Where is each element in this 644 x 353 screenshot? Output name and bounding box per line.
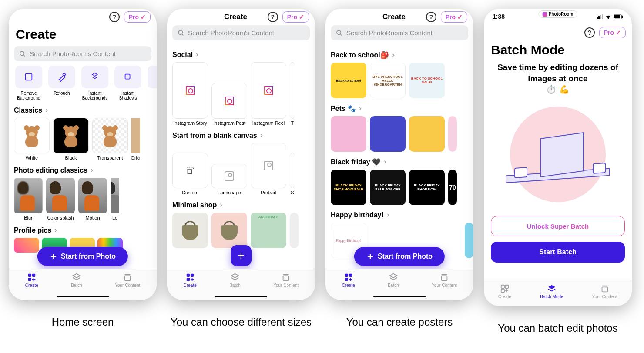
wifi-icon (605, 14, 612, 19)
tool-instant-backgrounds[interactable]: Instant Backgrounds (80, 66, 110, 100)
section-back-to-school[interactable]: Back to school🎒 (331, 45, 473, 63)
template-motion[interactable]: Motion (78, 178, 107, 220)
search-placeholder: Search PhotoRoom's Content (30, 50, 116, 57)
chevron-right-icon (386, 213, 391, 218)
section-social[interactable]: Social (172, 45, 315, 62)
pro-badge[interactable]: Pro (441, 11, 467, 23)
section-editing[interactable]: Photo editing classics (14, 160, 157, 178)
poster-template[interactable]: BYE PRESCHOOL HELLO KINDERGARTEN (370, 63, 406, 98)
template-white[interactable]: White (14, 118, 50, 160)
poster-template[interactable] (370, 116, 406, 152)
section-profile-pics[interactable]: Profile pics (14, 220, 157, 238)
pro-badge[interactable]: Pro (282, 11, 309, 23)
tab-your-content[interactable]: Your Content (432, 273, 457, 288)
thumb-label: S (291, 190, 294, 195)
poster-template[interactable] (448, 116, 457, 152)
section-pets[interactable]: Pets 🐾 (331, 98, 473, 116)
template-card[interactable] (211, 213, 247, 248)
tab-batch[interactable]: Batch (229, 273, 241, 288)
search-icon (336, 30, 343, 37)
tab-batch-mode[interactable]: Batch Mode (540, 284, 563, 299)
tab-your-content[interactable]: Your Content (592, 284, 617, 299)
tab-label: Create (498, 294, 511, 299)
tool-remove-background[interactable]: Remove Background (14, 66, 44, 100)
search-input[interactable]: Search PhotoRoom's Content (172, 25, 310, 40)
start-from-photo-button[interactable]: Start from Photo (354, 247, 445, 266)
help-icon[interactable]: ? (268, 12, 278, 22)
chevron-right-icon (195, 52, 200, 57)
unlock-super-batch-button[interactable]: Unlock Super Batch (491, 216, 625, 236)
pro-badge[interactable]: Pro (599, 27, 626, 38)
size-portrait[interactable]: Portrait (251, 143, 286, 195)
poster-template[interactable] (448, 63, 457, 98)
template-black[interactable]: Black (53, 118, 89, 160)
help-icon[interactable]: ? (426, 12, 436, 22)
poster-template[interactable]: BACK TO SCHOOL SALE! (409, 63, 445, 98)
tool-retouch[interactable]: Retouch (47, 66, 77, 100)
tab-create[interactable]: Create (342, 273, 355, 288)
svg-line-12 (182, 34, 183, 35)
search-input[interactable]: Search PhotoRoom's Content (331, 25, 468, 40)
poster-template[interactable]: BLACK FRIDAY SHOP NOW SALE (331, 170, 366, 205)
chevron-right-icon (89, 168, 94, 173)
help-icon[interactable]: ? (584, 27, 595, 38)
start-batch-button[interactable]: Start Batch (491, 242, 625, 263)
poster-template[interactable]: BLACK FRIDAY SHOP NOW (409, 170, 445, 205)
tab-create[interactable]: Create (25, 273, 38, 288)
size-landscape[interactable]: Landscape (211, 164, 247, 195)
svg-rect-17 (283, 276, 289, 280)
poster-template[interactable]: Back to school (331, 63, 366, 98)
poster-template[interactable] (465, 223, 473, 258)
section-birthday[interactable]: Happy birthday! (331, 205, 473, 223)
poster-template[interactable] (331, 116, 366, 152)
search-placeholder: Search PhotoRoom's Content (188, 29, 274, 37)
top-bar: ? Pro (484, 24, 632, 41)
tool-label: Retouch (54, 91, 70, 96)
template-card[interactable] (290, 213, 299, 248)
template-card[interactable] (172, 213, 208, 248)
section-title: Black friday 🖤 (331, 158, 381, 166)
template-transparent[interactable]: Transparent (92, 118, 128, 160)
size-ig-reel[interactable]: Instagram Reel (251, 62, 286, 126)
search-input[interactable]: Search PhotoRoom's Content (14, 46, 151, 61)
poster-template[interactable]: BLACK FRIDAY SALE 40% OFF (370, 170, 406, 205)
template-original[interactable]: Origi (131, 118, 140, 160)
size-custom[interactable]: Custom (172, 153, 208, 195)
phone-screen-batch: 1:38 PhotoRoom ? Pro Batch Mode Save tim… (484, 9, 632, 306)
svg-line-20 (340, 34, 342, 35)
tab-create[interactable]: Create (498, 284, 511, 299)
battery-icon (614, 14, 623, 19)
size-ig-post[interactable]: Instagram Post (211, 83, 247, 126)
hero-title: Save time by editing dozens of images at… (493, 62, 623, 95)
thumb-label: Blur (24, 215, 33, 220)
tool-label: Instant Shadows (113, 91, 143, 100)
template-card[interactable]: ARCHIBALD (251, 213, 286, 248)
add-button[interactable]: + (231, 245, 252, 266)
crop-icon (185, 166, 195, 175)
section-classics[interactable]: Classics (14, 100, 157, 118)
tab-batch[interactable]: Batch (388, 273, 399, 288)
minimal-row: ARCHIBALD (172, 213, 315, 248)
poster-template[interactable]: 70 (448, 170, 457, 205)
svg-rect-34 (602, 287, 607, 292)
tool-instant-shadows[interactable]: Instant Shadows (113, 66, 143, 100)
template-blur[interactable]: Blur (14, 178, 43, 220)
section-minimal-shop[interactable]: Minimal shop (172, 195, 315, 213)
start-from-photo-button[interactable]: Start from Photo (37, 247, 128, 266)
poster-template[interactable] (409, 116, 445, 152)
thumb-label: Portrait (261, 190, 276, 195)
pro-badge[interactable]: Pro (124, 11, 151, 23)
tab-create[interactable]: Create (184, 273, 197, 288)
section-blank-canvas[interactable]: Start from a blank canvas (172, 126, 315, 143)
section-black-friday[interactable]: Black friday 🖤 (331, 152, 473, 170)
size-ig-story[interactable]: Instagram Story (172, 62, 208, 126)
help-icon[interactable]: ? (109, 12, 120, 22)
hero-illustration (501, 102, 614, 206)
tab-batch[interactable]: Batch (71, 273, 82, 288)
tab-your-content[interactable]: Your Content (273, 273, 299, 288)
tab-your-content[interactable]: Your Content (115, 273, 140, 288)
signal-icon (597, 14, 603, 19)
template-cut[interactable]: Lo (111, 178, 119, 220)
svg-rect-8 (28, 278, 31, 281)
template-color-splash[interactable]: Color splash (46, 178, 75, 220)
